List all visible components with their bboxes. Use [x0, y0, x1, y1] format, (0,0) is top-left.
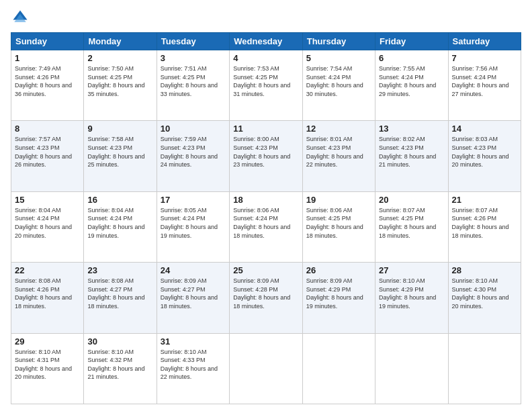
calendar-cell: 21 Sunrise: 8:07 AMSunset: 4:26 PMDaylig…	[448, 191, 521, 262]
calendar-cell: 27 Sunrise: 8:10 AMSunset: 4:29 PMDaylig…	[375, 263, 448, 333]
calendar-day-header: Thursday	[302, 33, 375, 50]
calendar-day-header: Monday	[84, 33, 157, 50]
day-number: 15	[15, 195, 80, 205]
calendar-cell: 4 Sunrise: 7:53 AMSunset: 4:25 PMDayligh…	[230, 50, 302, 121]
day-info: Sunrise: 8:00 AMSunset: 4:23 PMDaylight:…	[233, 136, 290, 168]
calendar-table: SundayMondayTuesdayWednesdayThursdayFrid…	[11, 32, 521, 404]
day-info: Sunrise: 8:09 AMSunset: 4:27 PMDaylight:…	[161, 277, 218, 310]
day-info: Sunrise: 7:53 AMSunset: 4:25 PMDaylight:…	[233, 65, 290, 97]
day-number: 16	[87, 195, 152, 205]
day-number: 26	[306, 265, 371, 275]
calendar-cell: 10 Sunrise: 7:59 AMSunset: 4:23 PMDaylig…	[157, 121, 229, 191]
day-info: Sunrise: 8:07 AMSunset: 4:25 PMDaylight:…	[379, 207, 436, 239]
calendar-cell: 15 Sunrise: 8:04 AMSunset: 4:24 PMDaylig…	[11, 191, 84, 262]
day-number: 8	[15, 124, 80, 134]
day-info: Sunrise: 7:54 AMSunset: 4:24 PMDaylight:…	[306, 65, 363, 97]
day-info: Sunrise: 7:59 AMSunset: 4:23 PMDaylight:…	[161, 136, 218, 168]
day-info: Sunrise: 8:04 AMSunset: 4:24 PMDaylight:…	[87, 207, 144, 239]
calendar-cell: 17 Sunrise: 8:05 AMSunset: 4:24 PMDaylig…	[157, 191, 229, 262]
day-info: Sunrise: 8:05 AMSunset: 4:24 PMDaylight:…	[161, 207, 218, 239]
day-number: 30	[87, 336, 152, 347]
day-number: 10	[161, 124, 226, 134]
day-number: 25	[233, 265, 298, 275]
day-info: Sunrise: 8:07 AMSunset: 4:26 PMDaylight:…	[452, 207, 509, 239]
day-number: 22	[15, 265, 80, 275]
calendar-day-header: Saturday	[448, 33, 521, 50]
day-number: 12	[306, 124, 371, 134]
calendar-cell: 1 Sunrise: 7:49 AMSunset: 4:26 PMDayligh…	[11, 50, 84, 121]
day-number: 7	[452, 53, 517, 63]
calendar-cell	[448, 333, 521, 404]
day-number: 31	[161, 336, 226, 347]
day-number: 3	[161, 53, 226, 63]
calendar-week-row: 15 Sunrise: 8:04 AMSunset: 4:24 PMDaylig…	[11, 191, 521, 262]
calendar-cell	[375, 333, 448, 404]
calendar-cell: 28 Sunrise: 8:10 AMSunset: 4:30 PMDaylig…	[448, 263, 521, 333]
calendar-cell: 5 Sunrise: 7:54 AMSunset: 4:24 PMDayligh…	[302, 50, 375, 121]
calendar-cell: 7 Sunrise: 7:56 AMSunset: 4:24 PMDayligh…	[448, 50, 521, 121]
day-info: Sunrise: 8:08 AMSunset: 4:26 PMDaylight:…	[15, 277, 72, 310]
calendar-cell	[302, 333, 375, 404]
day-info: Sunrise: 8:09 AMSunset: 4:29 PMDaylight:…	[306, 277, 363, 310]
day-info: Sunrise: 8:04 AMSunset: 4:24 PMDaylight:…	[15, 207, 72, 239]
calendar-cell: 24 Sunrise: 8:09 AMSunset: 4:27 PMDaylig…	[157, 263, 229, 333]
calendar-cell: 25 Sunrise: 8:09 AMSunset: 4:28 PMDaylig…	[230, 263, 302, 333]
day-number: 20	[379, 195, 444, 205]
day-info: Sunrise: 7:51 AMSunset: 4:25 PMDaylight:…	[161, 65, 218, 97]
day-number: 23	[87, 265, 152, 275]
calendar-day-header: Friday	[375, 33, 448, 50]
header	[11, 8, 521, 27]
calendar-header-row: SundayMondayTuesdayWednesdayThursdayFrid…	[11, 33, 521, 50]
logo	[11, 8, 32, 27]
day-number: 5	[306, 53, 371, 63]
calendar-cell: 3 Sunrise: 7:51 AMSunset: 4:25 PMDayligh…	[157, 50, 229, 121]
calendar-cell: 8 Sunrise: 7:57 AMSunset: 4:23 PMDayligh…	[11, 121, 84, 191]
day-number: 21	[452, 195, 517, 205]
calendar-cell: 14 Sunrise: 8:03 AMSunset: 4:23 PMDaylig…	[448, 121, 521, 191]
day-info: Sunrise: 8:10 AMSunset: 4:31 PMDaylight:…	[15, 349, 72, 381]
day-info: Sunrise: 8:02 AMSunset: 4:23 PMDaylight:…	[379, 136, 436, 168]
calendar-week-row: 22 Sunrise: 8:08 AMSunset: 4:26 PMDaylig…	[11, 263, 521, 333]
calendar-week-row: 8 Sunrise: 7:57 AMSunset: 4:23 PMDayligh…	[11, 121, 521, 191]
day-info: Sunrise: 7:49 AMSunset: 4:26 PMDaylight:…	[15, 65, 72, 97]
calendar-cell: 13 Sunrise: 8:02 AMSunset: 4:23 PMDaylig…	[375, 121, 448, 191]
day-number: 24	[161, 265, 226, 275]
calendar-cell: 6 Sunrise: 7:55 AMSunset: 4:24 PMDayligh…	[375, 50, 448, 121]
day-info: Sunrise: 8:06 AMSunset: 4:24 PMDaylight:…	[233, 207, 290, 239]
day-info: Sunrise: 8:10 AMSunset: 4:32 PMDaylight:…	[87, 349, 144, 381]
page: SundayMondayTuesdayWednesdayThursdayFrid…	[0, 0, 532, 411]
day-info: Sunrise: 7:56 AMSunset: 4:24 PMDaylight:…	[452, 65, 509, 97]
day-number: 29	[15, 336, 80, 347]
day-info: Sunrise: 8:01 AMSunset: 4:23 PMDaylight:…	[306, 136, 363, 168]
day-number: 6	[379, 53, 444, 63]
day-info: Sunrise: 8:08 AMSunset: 4:27 PMDaylight:…	[87, 277, 144, 310]
day-info: Sunrise: 8:06 AMSunset: 4:25 PMDaylight:…	[306, 207, 363, 239]
calendar-cell: 12 Sunrise: 8:01 AMSunset: 4:23 PMDaylig…	[302, 121, 375, 191]
day-info: Sunrise: 8:03 AMSunset: 4:23 PMDaylight:…	[452, 136, 509, 168]
calendar-week-row: 1 Sunrise: 7:49 AMSunset: 4:26 PMDayligh…	[11, 50, 521, 121]
day-info: Sunrise: 8:09 AMSunset: 4:28 PMDaylight:…	[233, 277, 290, 310]
day-info: Sunrise: 8:10 AMSunset: 4:30 PMDaylight:…	[452, 277, 509, 310]
calendar-cell: 20 Sunrise: 8:07 AMSunset: 4:25 PMDaylig…	[375, 191, 448, 262]
logo-icon	[11, 8, 30, 27]
calendar-cell: 30 Sunrise: 8:10 AMSunset: 4:32 PMDaylig…	[84, 333, 157, 404]
calendar-cell: 31 Sunrise: 8:10 AMSunset: 4:33 PMDaylig…	[157, 333, 229, 404]
day-info: Sunrise: 7:50 AMSunset: 4:25 PMDaylight:…	[87, 65, 144, 97]
calendar-cell: 16 Sunrise: 8:04 AMSunset: 4:24 PMDaylig…	[84, 191, 157, 262]
day-number: 2	[87, 53, 152, 63]
calendar-cell: 22 Sunrise: 8:08 AMSunset: 4:26 PMDaylig…	[11, 263, 84, 333]
day-info: Sunrise: 8:10 AMSunset: 4:29 PMDaylight:…	[379, 277, 436, 310]
calendar-cell: 19 Sunrise: 8:06 AMSunset: 4:25 PMDaylig…	[302, 191, 375, 262]
calendar-cell	[230, 333, 302, 404]
calendar-day-header: Sunday	[11, 33, 84, 50]
day-number: 17	[161, 195, 226, 205]
day-number: 27	[379, 265, 444, 275]
calendar-cell: 26 Sunrise: 8:09 AMSunset: 4:29 PMDaylig…	[302, 263, 375, 333]
day-number: 19	[306, 195, 371, 205]
calendar-cell: 2 Sunrise: 7:50 AMSunset: 4:25 PMDayligh…	[84, 50, 157, 121]
calendar-day-header: Wednesday	[230, 33, 302, 50]
day-number: 9	[87, 124, 152, 134]
calendar-cell: 9 Sunrise: 7:58 AMSunset: 4:23 PMDayligh…	[84, 121, 157, 191]
calendar-cell: 23 Sunrise: 8:08 AMSunset: 4:27 PMDaylig…	[84, 263, 157, 333]
day-number: 14	[452, 124, 517, 134]
